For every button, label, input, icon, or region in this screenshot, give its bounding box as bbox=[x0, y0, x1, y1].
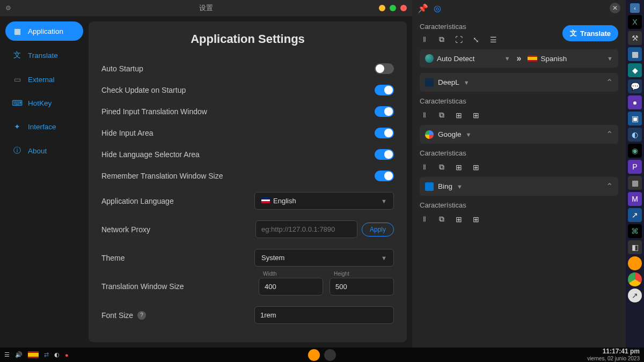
add-icon[interactable]: ⊞ bbox=[471, 163, 481, 172]
settings-panel: Application Settings Auto Startup Check … bbox=[89, 21, 407, 342]
auto-startup-toggle[interactable] bbox=[375, 63, 394, 74]
collapse-icon[interactable]: ⌃ bbox=[606, 129, 613, 139]
remember-size-label: Remember Translation Window Size bbox=[101, 172, 223, 180]
sidebar-item-translate[interactable]: 文 Translate bbox=[5, 45, 83, 65]
add-icon[interactable]: ⊞ bbox=[471, 215, 481, 224]
add-icon[interactable]: ⊞ bbox=[471, 111, 481, 120]
notification-icon[interactable]: ● bbox=[65, 352, 69, 358]
check-update-label: Check Update on Startup bbox=[101, 86, 186, 94]
collapse-icon[interactable]: ⤡ bbox=[471, 35, 481, 44]
hide-lang-toggle[interactable] bbox=[375, 149, 394, 160]
hide-input-toggle[interactable] bbox=[375, 128, 394, 138]
copy-icon[interactable]: ⧉ bbox=[437, 162, 447, 172]
dock-tools-icon[interactable]: ⚒ bbox=[628, 31, 642, 45]
provider-bing[interactable]: Bing ▼ ⌃ bbox=[420, 177, 618, 196]
indicator-icon[interactable]: ◐ bbox=[54, 351, 60, 358]
settings-sidebar: ▦ Application 文 Translate ▭ External ⌨ H… bbox=[5, 21, 83, 342]
menu-icon[interactable]: ☰ bbox=[4, 351, 10, 358]
taskbar-app-icon[interactable] bbox=[324, 349, 336, 361]
help-icon[interactable]: ? bbox=[137, 311, 146, 320]
dock-app-icon[interactable]: ▣ bbox=[628, 112, 642, 125]
sidebar-item-application[interactable]: ▦ Application bbox=[5, 21, 83, 41]
sidebar-item-hotkey[interactable]: ⌨ HotKey bbox=[5, 93, 83, 113]
swap-languages-button[interactable]: » bbox=[515, 54, 524, 63]
copy-icon[interactable]: ⧉ bbox=[437, 35, 447, 44]
copy-icon[interactable]: ⧉ bbox=[437, 215, 447, 224]
laptop-icon: ▭ bbox=[13, 75, 21, 84]
dock-app-icon[interactable]: ↗ bbox=[628, 208, 642, 222]
proxy-input[interactable] bbox=[255, 220, 357, 238]
dock-app-icon[interactable]: ◐ bbox=[628, 128, 642, 142]
theme-select[interactable]: System ▼ bbox=[254, 249, 394, 267]
dock-app-icon[interactable]: M bbox=[628, 192, 642, 206]
close-button[interactable] bbox=[400, 5, 407, 11]
sidebar-item-external[interactable]: ▭ External bbox=[5, 70, 83, 89]
align-icon[interactable]: ☰ bbox=[488, 35, 498, 44]
translate-button[interactable]: 文 Translate bbox=[562, 25, 618, 41]
add-icon[interactable]: ⊞ bbox=[454, 111, 464, 120]
volume-icon[interactable]: 🔊 bbox=[15, 351, 23, 358]
dock-collapse-button[interactable]: ‹ bbox=[630, 3, 640, 13]
provider-google[interactable]: Google ▼ ⌃ bbox=[420, 125, 618, 144]
collapse-icon[interactable]: ⌃ bbox=[606, 77, 613, 87]
app-language-select[interactable]: English ▼ bbox=[254, 192, 394, 210]
taskbar-clock[interactable]: 11:17:41 pm viernes, 02 junio 2023 bbox=[587, 348, 640, 361]
taskbar-firefox-icon[interactable] bbox=[308, 349, 320, 361]
provider-deepl[interactable]: DeepL ▼ ⌃ bbox=[420, 73, 618, 92]
translate-window: 📌 ◎ ✕ Características ⦀ ⧉ ⛶ ⤡ ☰ 文 bbox=[412, 0, 626, 348]
dock-app-icon[interactable]: ▦ bbox=[628, 47, 642, 61]
dock-navigator-icon[interactable]: ↗ bbox=[628, 289, 642, 302]
dock-app-icon[interactable]: ◧ bbox=[628, 240, 642, 254]
window-size-label: Translation Window Size bbox=[101, 282, 184, 291]
sidebar-item-label: External bbox=[28, 76, 55, 84]
dock-app-icon[interactable]: X bbox=[628, 15, 642, 29]
dock-chrome-icon[interactable] bbox=[628, 272, 642, 286]
deepl-icon bbox=[425, 78, 434, 87]
translate-icon: 文 bbox=[13, 50, 21, 60]
spain-flag-icon[interactable] bbox=[28, 351, 39, 358]
network-icon[interactable]: ⇄ bbox=[44, 351, 49, 358]
pin-icon[interactable]: 📌 bbox=[418, 3, 428, 13]
dock-app-icon[interactable]: ● bbox=[628, 95, 642, 109]
apply-button[interactable]: Apply bbox=[362, 223, 394, 237]
pined-input-toggle[interactable] bbox=[375, 106, 394, 117]
input-label: Características bbox=[420, 23, 498, 31]
source-language-select[interactable]: Auto Detect ▼ bbox=[425, 54, 510, 63]
target-language-select[interactable]: Spanish ▼ bbox=[528, 55, 613, 63]
copy-icon[interactable]: ⧉ bbox=[437, 110, 447, 120]
audio-icon[interactable]: ⦀ bbox=[420, 162, 429, 172]
add-icon[interactable]: ⊞ bbox=[454, 163, 464, 172]
audio-icon[interactable]: ⦀ bbox=[420, 35, 429, 44]
chevron-down-icon: ▼ bbox=[607, 55, 613, 62]
sidebar-item-about[interactable]: ⓘ About bbox=[5, 141, 83, 161]
translate-icon: 文 bbox=[570, 28, 577, 38]
minimize-button[interactable] bbox=[379, 5, 385, 11]
dock-app-icon[interactable]: ▦ bbox=[628, 176, 642, 190]
dock-firefox-icon[interactable] bbox=[628, 256, 642, 270]
sidebar-item-label: Interface bbox=[28, 123, 56, 131]
dock-chat-icon[interactable]: 💬 bbox=[628, 79, 642, 93]
expand-icon[interactable]: ⛶ bbox=[454, 35, 464, 44]
bing-icon bbox=[425, 182, 434, 191]
dock-app-icon[interactable]: ◆ bbox=[628, 63, 642, 77]
remember-size-toggle[interactable] bbox=[375, 171, 394, 181]
close-button[interactable]: ✕ bbox=[610, 3, 620, 13]
collapse-icon[interactable]: ⌃ bbox=[606, 181, 613, 191]
app-lang-label: Application Language bbox=[101, 197, 174, 205]
audio-icon[interactable]: ⦀ bbox=[420, 215, 429, 224]
globe-icon bbox=[425, 54, 434, 63]
dock-app-icon[interactable]: ◉ bbox=[628, 144, 642, 158]
add-icon[interactable]: ⊞ bbox=[454, 215, 464, 224]
keyboard-icon: ⌨ bbox=[13, 99, 21, 107]
check-update-toggle[interactable] bbox=[375, 85, 394, 95]
font-size-input[interactable] bbox=[254, 306, 394, 324]
dock-terminal-icon[interactable]: ⌘ bbox=[628, 224, 642, 238]
height-input[interactable] bbox=[330, 278, 394, 295]
sidebar-item-interface[interactable]: ✦ Interface bbox=[5, 117, 83, 136]
maximize-button[interactable] bbox=[390, 5, 396, 11]
audio-icon[interactable]: ⦀ bbox=[420, 110, 429, 120]
spain-flag-icon bbox=[528, 55, 537, 62]
broadcast-icon[interactable]: ◎ bbox=[434, 3, 441, 13]
dock-app-icon[interactable]: P bbox=[628, 160, 642, 174]
width-input[interactable] bbox=[259, 278, 323, 295]
